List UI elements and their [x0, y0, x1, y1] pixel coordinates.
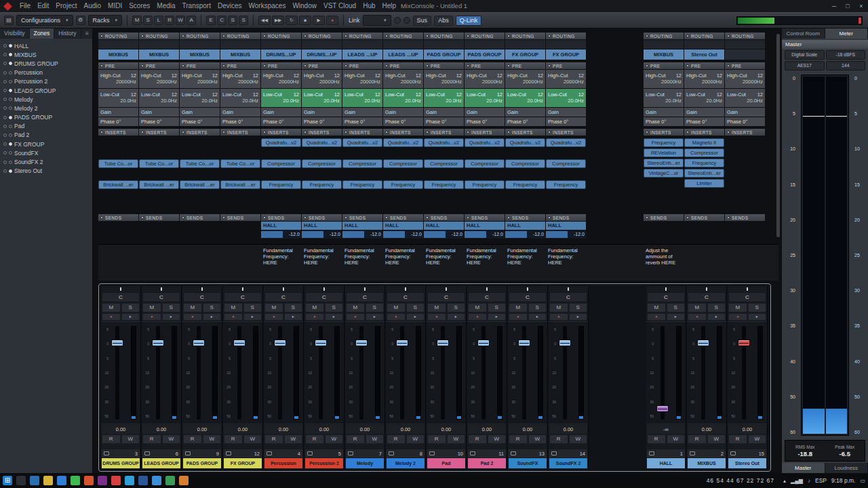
highcut-cell[interactable]: High-Cut1220000Hz [644, 70, 684, 88]
pan-control[interactable]: C [183, 292, 221, 302]
rack-header-routing[interactable]: ROUTING [546, 33, 586, 39]
input-routing-cell[interactable] [139, 40, 179, 49]
rack-bypass-dot-icon[interactable] [263, 216, 266, 219]
rack-bypass-dot-icon[interactable] [686, 64, 689, 67]
channel-name[interactable]: Melody [346, 458, 384, 468]
insert-slot[interactable]: Quadrafu...v2 [546, 138, 586, 147]
fader-cap[interactable] [152, 340, 164, 346]
insert-slot[interactable]: Compressor [546, 159, 586, 168]
record-arm-button[interactable]: ● [468, 313, 487, 321]
phase-cell[interactable]: Phase 0° [139, 117, 179, 126]
mute-button[interactable]: M [224, 303, 243, 312]
highcut-cell[interactable]: High-Cut1220000Hz [180, 70, 220, 88]
gain-cell[interactable]: Gain [725, 108, 765, 117]
solo-button[interactable]: S [569, 303, 588, 312]
mute-button[interactable]: M [728, 303, 747, 312]
lowcut-cell[interactable]: Low-Cut1220.0Hz [383, 89, 423, 107]
sidebar-menu-icon[interactable]: ≡ [82, 28, 92, 39]
record-arm-button[interactable]: ● [509, 313, 528, 321]
channel-name[interactable]: Melody 2 [387, 458, 425, 468]
rack-header-inserts[interactable]: INSERTS [465, 129, 505, 136]
minimize-button[interactable]: ─ [827, 0, 841, 12]
output-routing-cell[interactable]: MIXBUS [220, 49, 260, 60]
gain-cell[interactable]: Gain [684, 108, 724, 117]
write-automation-button[interactable]: W [447, 434, 466, 444]
fader-cap[interactable] [193, 340, 205, 346]
fader[interactable]: 50510203050 [646, 321, 686, 424]
gear-icon[interactable]: ⚙ [76, 16, 85, 25]
meter-bottom-tab-master[interactable]: Master [782, 463, 825, 473]
rack-header-inserts[interactable]: INSERTS [644, 129, 684, 136]
fader[interactable]: 50510203050 [386, 321, 425, 424]
whatsapp-icon[interactable] [71, 476, 80, 485]
channel-name[interactable]: SoundFX [509, 458, 547, 468]
insert-slot[interactable]: Tube Co...or [98, 159, 138, 168]
menu-workspaces[interactable]: Workspaces [245, 0, 290, 12]
word-icon[interactable] [138, 476, 148, 485]
phase-cell[interactable]: Phase 0° [98, 117, 138, 126]
rack-header-sends[interactable]: SENDS [220, 214, 260, 221]
rack-bypass-dot-icon[interactable] [385, 64, 388, 67]
insert-slot[interactable]: Compressor [465, 159, 505, 168]
maximize-button[interactable]: □ [841, 0, 854, 12]
fader[interactable]: 50510203050 [508, 321, 547, 424]
left-zone-dot-icon[interactable] [3, 169, 7, 173]
rack-bypass-dot-icon[interactable] [548, 35, 551, 37]
racks-scrollbar[interactable] [776, 34, 780, 237]
read-automation-button[interactable]: R [346, 434, 365, 444]
sidebar-channel-percussion[interactable]: Percussion [0, 68, 92, 77]
rack-header-routing[interactable]: ROUTING [139, 33, 179, 39]
cycle-button[interactable]: ↻ [285, 16, 298, 25]
rack-bypass-dot-icon[interactable] [727, 64, 730, 67]
rack-bypass-dot-icon[interactable] [344, 64, 347, 67]
sidebar-channel-drums-group[interactable]: DRUMS GROUP [0, 59, 92, 68]
rack-header-inserts[interactable]: INSERTS [98, 129, 138, 136]
vlc-icon[interactable] [179, 476, 189, 485]
rack-header-pre[interactable]: PRE [465, 62, 505, 69]
send-level-bar[interactable]: -12.0 [342, 230, 382, 239]
send-destination[interactable]: HALL [465, 222, 505, 230]
strip-handle[interactable] [646, 286, 686, 291]
rack-bypass-dot-icon[interactable] [507, 131, 510, 134]
strip-handle[interactable] [223, 286, 262, 291]
output-routing-cell[interactable]: Stereo Out [684, 49, 724, 60]
insert-slot[interactable]: Limiter [684, 179, 724, 188]
volume-icon[interactable]: ♪ [808, 478, 810, 484]
strip-handle[interactable] [142, 286, 181, 291]
phase-cell[interactable]: Phase 0° [505, 117, 545, 126]
solo-button[interactable]: S [325, 303, 344, 312]
phase-cell[interactable]: Phase 0° [465, 117, 505, 126]
menu-devices[interactable]: Devices [214, 0, 245, 12]
rack-header-sends[interactable]: SENDS [342, 214, 382, 221]
strip-handle[interactable] [101, 286, 140, 291]
sidebar-channel-soundfx[interactable]: SoundFX [0, 148, 92, 157]
rack-header-pre[interactable]: PRE [98, 62, 138, 69]
left-zone-dot-icon[interactable] [3, 53, 7, 56]
send-level-bar[interactable]: -12.0 [465, 230, 505, 239]
rack-bypass-dot-icon[interactable] [304, 131, 307, 134]
read-automation-button[interactable]: R [387, 434, 406, 444]
rack-header-pre[interactable]: PRE [725, 62, 765, 69]
rack-bypass-dot-icon[interactable] [141, 64, 144, 67]
output-routing-cell[interactable]: LEADS ...UP [342, 49, 382, 60]
rack-bypass-dot-icon[interactable] [467, 131, 469, 134]
gain-cell[interactable]: Gain [261, 108, 301, 117]
output-routing-cell[interactable] [725, 49, 765, 60]
rack-bypass-dot-icon[interactable] [548, 131, 551, 134]
meter-panel-tab-control-room[interactable]: Control Room [782, 28, 825, 39]
channel-name[interactable]: FX GROUP [224, 458, 262, 468]
insert-slot[interactable]: Compressor [505, 159, 545, 168]
notepad-cell[interactable]: Fundamental Frequency: HERE [546, 245, 586, 281]
write-automation-button[interactable]: W [707, 434, 726, 444]
channel-name[interactable]: SoundFX 2 [549, 458, 587, 468]
rack-header-inserts[interactable]: INSERTS [139, 129, 179, 136]
record-arm-button[interactable]: ● [102, 313, 121, 321]
notepad-cell[interactable] [180, 245, 220, 281]
right-zone-dot-icon[interactable] [9, 62, 12, 65]
rack-bypass-dot-icon[interactable] [467, 64, 469, 67]
insert-slot[interactable]: Frequency [424, 180, 464, 189]
rack-bypass-dot-icon[interactable] [141, 216, 144, 219]
read-automation-button[interactable]: R [142, 434, 161, 444]
output-routing-cell[interactable]: MIXBUS [180, 49, 220, 60]
notepad-cell[interactable] [139, 245, 179, 281]
